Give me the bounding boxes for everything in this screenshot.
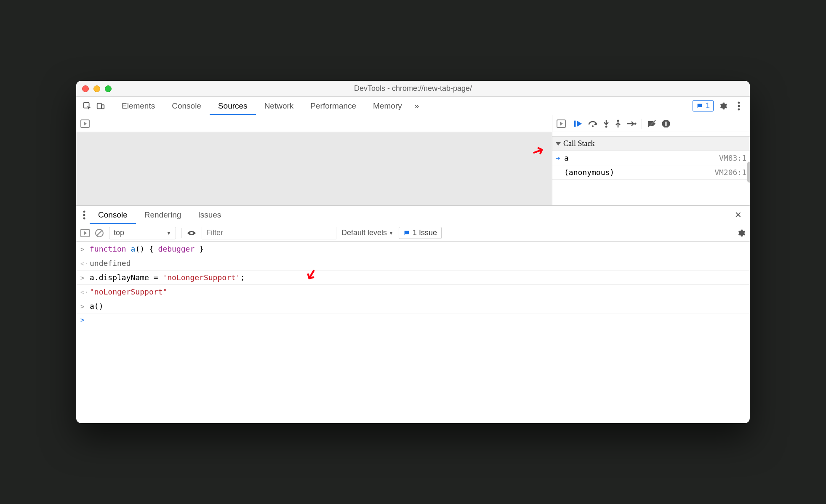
svg-rect-14 (666, 122, 667, 126)
window-titlebar: DevTools - chrome://new-tab-page/ (76, 81, 750, 97)
sources-body: ➜ Call Stack ➔ a VM83:1 (anonymous) VM20… (76, 132, 750, 206)
inspect-element-icon[interactable] (80, 99, 94, 113)
scrollbar-thumb[interactable] (747, 162, 750, 183)
log-levels-selector[interactable]: Default levels ▼ (341, 228, 394, 237)
svg-point-9 (617, 119, 619, 122)
frame-name: (anonymous) (564, 168, 614, 177)
divider (642, 119, 642, 129)
console-code: undefined (90, 259, 131, 268)
context-selector[interactable]: top ▼ (109, 227, 176, 239)
console-line[interactable]: <·undefined (76, 256, 750, 271)
frame-location: VM206:1 (714, 168, 746, 177)
close-drawer-icon[interactable]: × (729, 208, 747, 221)
devtools-window: DevTools - chrome://new-tab-page/ Elemen… (76, 81, 750, 423)
issues-chip-label: 1 Issue (413, 228, 437, 237)
console-code: function a() { debugger } (90, 244, 204, 253)
console-toolbar: top ▼ Default levels ▼ 1 Issue (76, 224, 750, 242)
tab-console[interactable]: Console (163, 97, 210, 115)
step-icon[interactable] (626, 120, 637, 127)
drawer-tab-rendering[interactable]: Rendering (136, 206, 190, 224)
step-over-icon[interactable] (588, 119, 598, 128)
console-line[interactable]: <·"noLongerSupport" (76, 285, 750, 299)
context-value: top (114, 228, 124, 237)
svg-point-16 (83, 214, 85, 216)
tab-memory[interactable]: Memory (365, 97, 410, 115)
step-into-icon[interactable] (603, 119, 610, 128)
svg-rect-2 (102, 105, 104, 109)
current-frame-arrow-icon: ➔ (556, 154, 564, 162)
drawer-tab-issues[interactable]: Issues (189, 206, 229, 224)
svg-point-8 (605, 125, 608, 127)
output-chevron-icon: <· (80, 288, 90, 296)
console-sidebar-toggle-icon[interactable] (80, 229, 90, 237)
tab-more[interactable]: » (410, 97, 424, 115)
clear-console-icon[interactable] (95, 228, 104, 238)
more-menu-icon[interactable] (732, 99, 746, 113)
device-toolbar-icon[interactable] (94, 99, 107, 113)
prompt-chevron-icon: > (80, 316, 90, 324)
svg-rect-1 (97, 103, 101, 109)
tab-elements[interactable]: Elements (113, 97, 163, 115)
filter-input[interactable] (202, 227, 336, 239)
input-chevron-icon: > (80, 245, 90, 253)
code-editor-pane[interactable] (76, 132, 552, 205)
svg-point-5 (738, 108, 740, 110)
scope-cutoff-row (552, 132, 750, 136)
frame-location: VM83:1 (719, 154, 746, 162)
step-out-icon[interactable] (615, 119, 621, 128)
divider (181, 228, 181, 238)
tab-network[interactable]: Network (256, 97, 302, 115)
drawer-more-icon[interactable] (79, 210, 90, 220)
tab-sources[interactable]: Sources (210, 97, 256, 115)
console-code: "noLongerSupport" (90, 287, 167, 296)
console-output[interactable]: ➜ >function a() { debugger }<·undefined>… (76, 242, 750, 326)
debugger-side-pane: ➜ Call Stack ➔ a VM83:1 (anonymous) VM20… (552, 132, 750, 205)
chevron-down-icon: ▼ (389, 230, 394, 236)
console-code: a.displayName = 'noLongerSupport'; (90, 273, 245, 282)
levels-label: Default levels (341, 228, 387, 237)
input-chevron-icon: > (80, 302, 90, 310)
call-stack-label: Call Stack (563, 139, 595, 148)
console-line[interactable]: >a() (76, 299, 750, 313)
resume-icon[interactable] (573, 119, 583, 128)
sources-toolbar (76, 115, 750, 132)
svg-point-10 (634, 122, 637, 125)
output-chevron-icon: <· (80, 260, 90, 268)
disclosure-triangle-icon (556, 142, 561, 146)
frame-name: a (564, 154, 569, 162)
window-title: DevTools - chrome://new-tab-page/ (76, 84, 750, 93)
svg-point-17 (83, 217, 85, 219)
drawer-tab-bar: Console Rendering Issues × (76, 206, 750, 224)
issues-counter[interactable]: 1 (693, 100, 714, 111)
main-tab-bar: Elements Console Sources Network Perform… (76, 97, 750, 115)
console-code: a() (90, 302, 104, 310)
chevron-down-icon: ▼ (166, 230, 171, 236)
svg-point-3 (738, 101, 740, 103)
call-stack-frame[interactable]: ➔ a VM83:1 (552, 151, 750, 165)
navigator-toggle-icon[interactable] (80, 119, 90, 128)
input-chevron-icon: > (80, 274, 90, 282)
call-stack-frame[interactable]: (anonymous) VM206:1 (552, 165, 750, 180)
svg-rect-13 (665, 122, 666, 126)
console-line[interactable]: >function a() { debugger } (76, 242, 750, 256)
live-expression-icon[interactable] (187, 230, 197, 236)
call-stack-section-header[interactable]: Call Stack (552, 136, 750, 151)
console-prompt[interactable]: > (76, 313, 750, 326)
deactivate-breakpoints-icon[interactable] (647, 119, 656, 128)
tab-performance[interactable]: Performance (302, 97, 365, 115)
svg-line-19 (97, 231, 102, 236)
issues-chip[interactable]: 1 Issue (399, 227, 442, 239)
issue-count: 1 (706, 101, 710, 110)
svg-point-7 (592, 125, 594, 127)
console-blank-area[interactable] (76, 326, 750, 423)
debugger-toggle-icon[interactable] (557, 119, 566, 128)
console-line[interactable]: >a.displayName = 'noLongerSupport'; (76, 271, 750, 285)
settings-gear-icon[interactable] (716, 99, 730, 113)
console-settings-icon[interactable] (736, 228, 746, 238)
svg-point-15 (83, 210, 85, 212)
svg-point-4 (738, 105, 740, 107)
drawer-tab-console[interactable]: Console (90, 206, 136, 224)
pause-exceptions-icon[interactable] (661, 119, 671, 128)
svg-rect-6 (574, 120, 576, 127)
